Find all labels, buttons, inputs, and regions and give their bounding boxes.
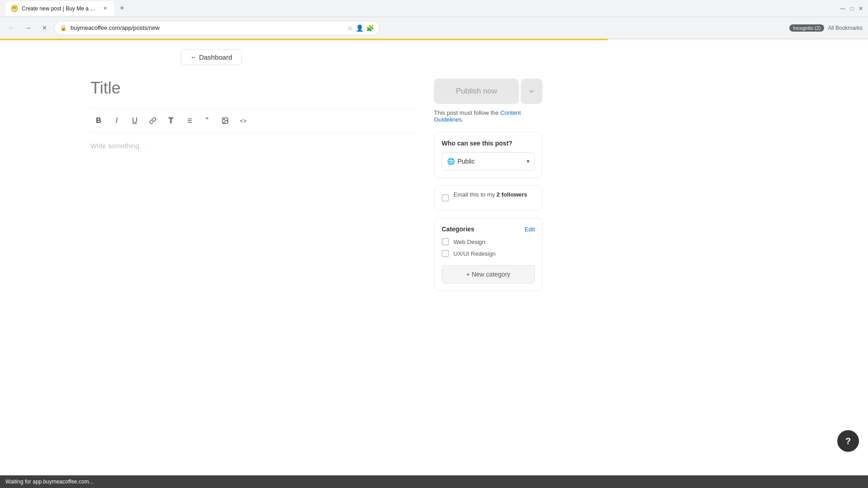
close-window-button[interactable]: ✕ <box>857 5 864 12</box>
categories-section: Categories Edit Web Design UX/UI Redesig… <box>434 218 542 291</box>
visibility-section: Who can see this post? 🌐 Public Members … <box>434 132 542 178</box>
category-item-ux-ui: UX/UI Redesign <box>442 250 535 257</box>
url-text: buymeacoffee.com/app/posts/new <box>71 24 344 31</box>
reload-button[interactable]: ✕ <box>38 22 51 34</box>
email-label: Email this to my 2 followers followers. <box>453 191 535 205</box>
back-button[interactable]: ← <box>5 22 18 34</box>
forward-button[interactable]: → <box>22 22 34 34</box>
star-icon[interactable]: ☆ <box>347 24 353 32</box>
publish-now-button[interactable]: Publish now <box>434 79 519 104</box>
bookmarks-label: All Bookmarks <box>828 25 863 31</box>
incognito-badge: Incognito (2) <box>789 24 824 32</box>
main-layout: B I U T <box>0 79 868 291</box>
categories-title: Categories <box>442 225 474 233</box>
maximize-button[interactable]: □ <box>848 5 855 12</box>
italic-button[interactable]: I <box>108 113 125 129</box>
categories-edit-link[interactable]: Edit <box>525 226 535 233</box>
loading-status-text: Waiting for app.buymeacoffee.com... <box>5 479 94 485</box>
svg-point-7 <box>224 119 225 120</box>
profile-icon[interactable]: 👤 <box>356 24 363 32</box>
address-bar-row: ← → ✕ 🔒 buymeacoffee.com/app/posts/new ☆… <box>0 17 868 39</box>
ux-ui-checkbox[interactable] <box>442 250 449 257</box>
image-button[interactable] <box>217 113 233 129</box>
category-item-web-design: Web Design <box>442 238 535 245</box>
code-button[interactable]: <> <box>235 113 251 129</box>
link-button[interactable] <box>145 113 161 129</box>
visibility-title: Who can see this post? <box>442 140 535 147</box>
tab-close-btn[interactable]: ✕ <box>101 5 108 12</box>
new-tab-button[interactable]: + <box>116 2 128 15</box>
page-content: ← Dashboard B I U <box>0 40 868 488</box>
categories-header: Categories Edit <box>442 225 535 233</box>
publish-chevron-button[interactable] <box>521 79 542 104</box>
bookmarks-area: Incognito (2) All Bookmarks <box>789 24 863 32</box>
tab-title: Create new post | Buy Me a Cof... <box>22 5 98 12</box>
content-guidelines: This post must follow the Content Guidel… <box>434 109 542 123</box>
font-size-button[interactable]: T <box>163 113 179 129</box>
visibility-select-wrapper: 🌐 Public Members only Paid members only … <box>442 152 535 170</box>
email-checkbox[interactable] <box>442 194 449 202</box>
status-bar: Waiting for app.buymeacoffee.com... <box>0 475 868 488</box>
quote-button[interactable]: " <box>199 113 215 129</box>
web-design-label: Web Design <box>453 239 486 245</box>
publish-row: Publish now <box>434 79 542 104</box>
email-section: Email this to my 2 followers followers. <box>434 185 542 211</box>
dashboard-back-button[interactable]: ← Dashboard <box>181 49 242 65</box>
email-count: 2 followers <box>496 191 527 198</box>
right-sidebar: Publish now This post must follow the Co… <box>434 79 542 291</box>
tab-favicon: ☕ <box>11 5 18 12</box>
ux-ui-label: UX/UI Redesign <box>453 250 495 257</box>
list-button[interactable] <box>181 113 197 129</box>
web-design-checkbox[interactable] <box>442 238 449 245</box>
new-category-button[interactable]: + New category <box>442 265 535 283</box>
tab-bar: ☕ Create new post | Buy Me a Cof... ✕ + … <box>0 0 868 17</box>
title-input[interactable] <box>90 79 416 98</box>
bold-button[interactable]: B <box>90 113 107 129</box>
underline-button[interactable]: U <box>127 113 143 129</box>
minimize-button[interactable]: — <box>839 5 846 12</box>
editor-toolbar: B I U T <box>90 108 416 133</box>
content-area[interactable]: Write something... <box>90 142 416 277</box>
visibility-select[interactable]: Public Members only Paid members only <box>442 152 535 170</box>
extension-icon[interactable]: 🧩 <box>366 24 374 32</box>
active-tab[interactable]: ☕ Create new post | Buy Me a Cof... ✕ <box>5 1 114 16</box>
address-bar[interactable]: 🔒 buymeacoffee.com/app/posts/new ☆ 👤 🧩 <box>54 21 380 35</box>
editor-area: B I U T <box>90 79 416 291</box>
content-placeholder: Write something... <box>90 142 145 150</box>
lock-icon: 🔒 <box>60 25 67 31</box>
help-button[interactable]: ? <box>837 430 859 452</box>
